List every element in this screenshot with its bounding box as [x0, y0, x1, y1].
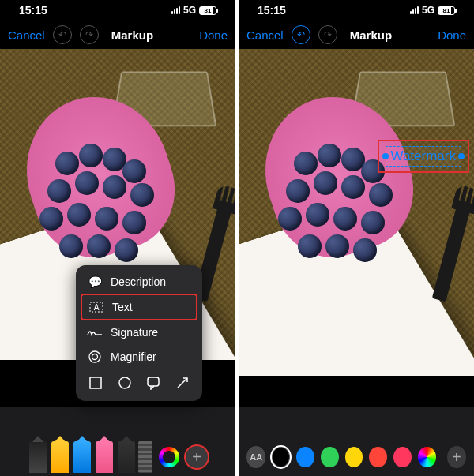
ruler-tool[interactable] — [138, 441, 152, 473]
svg-point-2 — [89, 351, 100, 362]
font-style-button[interactable]: AA — [246, 446, 265, 468]
nav-bar: Cancel ↶ ↷ Markup Done — [0, 21, 235, 49]
battery-icon: 81 — [438, 6, 455, 15]
signal-icon — [410, 6, 419, 14]
status-right: 5G 81 — [171, 5, 216, 16]
color-picker-icon[interactable] — [159, 447, 179, 467]
battery-icon: 81 — [199, 6, 216, 15]
popup-text-label: Text — [112, 301, 133, 313]
swatch-pinkred[interactable] — [393, 447, 412, 467]
eraser-tool[interactable] — [96, 441, 113, 473]
svg-point-5 — [119, 377, 130, 388]
swatch-green[interactable] — [321, 447, 339, 467]
text-box-icon: A — [88, 302, 104, 313]
highlighter-tool[interactable] — [51, 441, 69, 473]
text-annotation[interactable]: Watermark — [386, 146, 462, 167]
resize-handle-right[interactable] — [458, 153, 465, 159]
svg-text:A: A — [94, 303, 100, 312]
svg-point-3 — [92, 354, 98, 360]
arrow-shape-icon[interactable] — [175, 376, 190, 393]
speech-bubble-icon: 💬 — [87, 275, 103, 288]
add-popup: 💬 Description A Text Signature Magnifier — [76, 265, 202, 401]
phone-left: 15:15 5G 81 Cancel ↶ ↷ Markup Done — [0, 0, 235, 476]
circle-shape-icon[interactable] — [118, 376, 132, 393]
signal-icon — [171, 6, 180, 14]
redo-icon[interactable]: ↷ — [80, 25, 99, 44]
popup-magnifier-label: Magnifier — [111, 350, 156, 363]
popup-text[interactable]: A Text — [81, 294, 198, 320]
pencil-tool[interactable] — [73, 441, 91, 473]
status-right: 5G 81 — [410, 5, 455, 16]
text-toolbar: AA + — [239, 407, 474, 476]
watermark-highlight: Watermark — [378, 140, 470, 173]
lasso-tool[interactable] — [118, 441, 135, 473]
popup-description-label: Description — [111, 275, 166, 288]
done-button[interactable]: Done — [438, 28, 466, 42]
speech-shape-icon[interactable] — [146, 376, 160, 393]
add-button[interactable]: + — [447, 446, 466, 468]
square-shape-icon[interactable] — [88, 376, 103, 393]
undo-icon[interactable]: ↶ — [53, 25, 72, 44]
status-time: 15:15 — [258, 4, 286, 17]
photo-canvas[interactable]: 💬 Description A Text Signature Magnifier — [0, 49, 235, 407]
popup-description[interactable]: 💬 Description — [81, 270, 198, 294]
undo-icon[interactable]: ↶ — [292, 25, 310, 44]
swatch-black[interactable] — [272, 447, 290, 467]
redo-icon[interactable]: ↷ — [318, 25, 337, 44]
phone-right: 15:15 5G 81 Cancel ↶ ↷ Markup Done — [239, 0, 474, 476]
network-label: 5G — [422, 5, 434, 16]
status-bar: 15:15 5G 81 — [0, 0, 235, 21]
add-button[interactable]: + — [186, 446, 208, 468]
status-time: 15:15 — [19, 4, 47, 17]
page-title: Markup — [350, 28, 392, 42]
network-label: 5G — [183, 5, 196, 16]
nav-bar: Cancel ↶ ↷ Markup Done — [239, 21, 474, 49]
markup-toolbar: + — [0, 407, 235, 476]
done-button[interactable]: Done — [199, 28, 228, 42]
popup-shapes-row — [81, 369, 198, 396]
watermark-text: Watermark — [391, 148, 457, 163]
color-picker-icon[interactable] — [418, 447, 436, 467]
cancel-button[interactable]: Cancel — [8, 28, 45, 42]
magnifier-icon — [87, 350, 103, 364]
signature-icon — [87, 327, 103, 338]
swatch-blue[interactable] — [296, 447, 314, 467]
popup-magnifier[interactable]: Magnifier — [81, 344, 198, 369]
svg-rect-4 — [90, 377, 101, 388]
status-bar: 15:15 5G 81 — [239, 0, 474, 21]
swatch-yellow[interactable] — [345, 447, 363, 467]
popup-signature-label: Signature — [111, 326, 158, 339]
page-title: Markup — [111, 28, 153, 42]
swatch-red[interactable] — [369, 447, 387, 467]
popup-signature[interactable]: Signature — [81, 320, 198, 344]
pen-tool[interactable] — [29, 441, 47, 473]
svg-rect-6 — [148, 377, 159, 386]
photo-canvas[interactable]: Watermark — [239, 49, 474, 407]
cancel-button[interactable]: Cancel — [246, 28, 284, 42]
resize-handle-left[interactable] — [382, 153, 389, 159]
